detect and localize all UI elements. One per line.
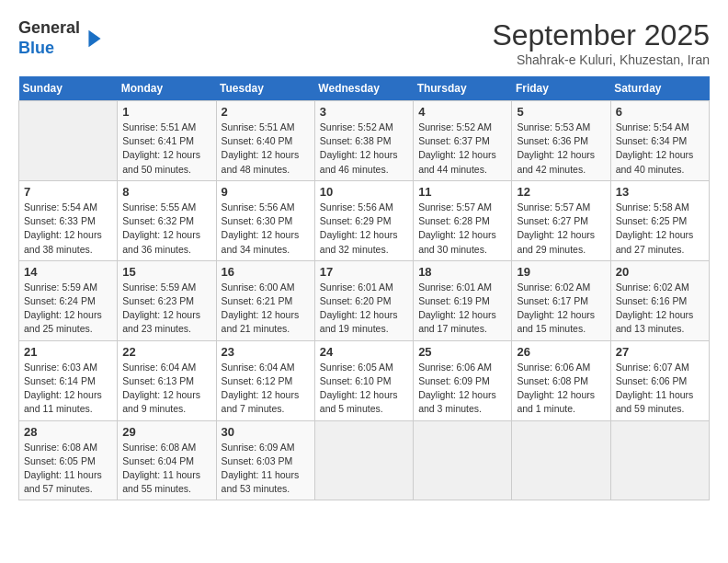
day-number: 7: [24, 185, 112, 199]
calendar-cell: 20Sunrise: 6:02 AMSunset: 6:16 PMDayligh…: [610, 260, 709, 340]
calendar-week-3: 14Sunrise: 5:59 AMSunset: 6:24 PMDayligh…: [19, 260, 710, 340]
calendar-cell: 10Sunrise: 5:56 AMSunset: 6:29 PMDayligh…: [314, 180, 413, 260]
day-number: 18: [418, 265, 506, 279]
calendar-cell: [610, 420, 709, 500]
day-number: 30: [222, 425, 310, 439]
day-number: 1: [122, 105, 210, 119]
logo-blue: Blue: [18, 39, 54, 57]
day-info: Sunrise: 5:52 AMSunset: 6:38 PMDaylight:…: [320, 121, 408, 177]
day-number: 6: [616, 105, 704, 119]
day-info: Sunrise: 5:54 AMSunset: 6:34 PMDaylight:…: [616, 121, 704, 177]
day-info: Sunrise: 5:57 AMSunset: 6:27 PMDaylight:…: [517, 201, 605, 257]
day-number: 11: [418, 185, 506, 199]
calendar-table: SundayMondayTuesdayWednesdayThursdayFrid…: [18, 76, 710, 500]
calendar-cell: [314, 420, 413, 500]
day-info: Sunrise: 6:08 AMSunset: 6:05 PMDaylight:…: [24, 441, 112, 497]
day-info: Sunrise: 5:51 AMSunset: 6:40 PMDaylight:…: [222, 121, 310, 177]
calendar-cell: 4Sunrise: 5:52 AMSunset: 6:37 PMDaylight…: [414, 101, 512, 181]
day-info: Sunrise: 6:04 AMSunset: 6:13 PMDaylight:…: [122, 361, 210, 417]
day-info: Sunrise: 6:02 AMSunset: 6:17 PMDaylight:…: [517, 281, 605, 337]
calendar-cell: 12Sunrise: 5:57 AMSunset: 6:27 PMDayligh…: [512, 180, 610, 260]
calendar-week-4: 21Sunrise: 6:03 AMSunset: 6:14 PMDayligh…: [19, 340, 710, 420]
weekday-header-thursday: Thursday: [414, 76, 512, 101]
calendar-cell: 21Sunrise: 6:03 AMSunset: 6:14 PMDayligh…: [19, 340, 118, 420]
day-info: Sunrise: 6:01 AMSunset: 6:20 PMDaylight:…: [320, 281, 408, 337]
calendar-week-2: 7Sunrise: 5:54 AMSunset: 6:33 PMDaylight…: [19, 180, 710, 260]
day-number: 21: [24, 345, 112, 359]
day-info: Sunrise: 5:58 AMSunset: 6:25 PMDaylight:…: [616, 201, 704, 257]
day-info: Sunrise: 6:07 AMSunset: 6:06 PMDaylight:…: [616, 361, 704, 417]
logo-icon: [82, 26, 108, 52]
day-info: Sunrise: 5:57 AMSunset: 6:28 PMDaylight:…: [418, 201, 506, 257]
day-number: 24: [320, 345, 408, 359]
calendar-cell: 22Sunrise: 6:04 AMSunset: 6:13 PMDayligh…: [118, 340, 216, 420]
day-number: 29: [122, 425, 210, 439]
day-info: Sunrise: 6:01 AMSunset: 6:19 PMDaylight:…: [418, 281, 506, 337]
weekday-header-wednesday: Wednesday: [314, 76, 413, 101]
calendar-cell: 24Sunrise: 6:05 AMSunset: 6:10 PMDayligh…: [314, 340, 413, 420]
month-title: September 2025: [492, 18, 710, 52]
weekday-header-friday: Friday: [512, 76, 610, 101]
calendar-cell: 23Sunrise: 6:04 AMSunset: 6:12 PMDayligh…: [216, 340, 314, 420]
day-info: Sunrise: 5:51 AMSunset: 6:41 PMDaylight:…: [122, 121, 210, 177]
day-number: 12: [517, 185, 605, 199]
calendar-cell: 25Sunrise: 6:06 AMSunset: 6:09 PMDayligh…: [414, 340, 512, 420]
calendar-cell: 9Sunrise: 5:56 AMSunset: 6:30 PMDaylight…: [216, 180, 314, 260]
title-block: September 2025 Shahrak-e Kuluri, Khuzest…: [492, 18, 710, 67]
day-number: 26: [517, 345, 605, 359]
location-subtitle: Shahrak-e Kuluri, Khuzestan, Iran: [492, 52, 710, 67]
calendar-week-1: 1Sunrise: 5:51 AMSunset: 6:41 PMDaylight…: [19, 101, 710, 181]
calendar-cell: 18Sunrise: 6:01 AMSunset: 6:19 PMDayligh…: [414, 260, 512, 340]
calendar-cell: 13Sunrise: 5:58 AMSunset: 6:25 PMDayligh…: [610, 180, 709, 260]
day-info: Sunrise: 6:06 AMSunset: 6:09 PMDaylight:…: [418, 361, 506, 417]
day-number: 2: [222, 105, 310, 119]
day-number: 25: [418, 345, 506, 359]
calendar-cell: 2Sunrise: 5:51 AMSunset: 6:40 PMDaylight…: [216, 101, 314, 181]
calendar-cell: 30Sunrise: 6:09 AMSunset: 6:03 PMDayligh…: [216, 420, 314, 500]
svg-marker-0: [89, 29, 101, 47]
day-info: Sunrise: 6:05 AMSunset: 6:10 PMDaylight:…: [320, 361, 408, 417]
calendar-cell: 28Sunrise: 6:08 AMSunset: 6:05 PMDayligh…: [19, 420, 118, 500]
page-header: General Blue September 2025 Shahrak-e Ku…: [18, 18, 710, 67]
day-number: 13: [616, 185, 704, 199]
weekday-header-monday: Monday: [118, 76, 216, 101]
day-number: 19: [517, 265, 605, 279]
logo-general: General: [18, 18, 80, 37]
day-info: Sunrise: 5:56 AMSunset: 6:30 PMDaylight:…: [222, 201, 310, 257]
calendar-cell: 27Sunrise: 6:07 AMSunset: 6:06 PMDayligh…: [610, 340, 709, 420]
calendar-cell: [19, 101, 118, 181]
day-number: 17: [320, 265, 408, 279]
day-number: 8: [122, 185, 210, 199]
calendar-cell: 26Sunrise: 6:06 AMSunset: 6:08 PMDayligh…: [512, 340, 610, 420]
day-info: Sunrise: 6:04 AMSunset: 6:12 PMDaylight:…: [222, 361, 310, 417]
calendar-cell: 19Sunrise: 6:02 AMSunset: 6:17 PMDayligh…: [512, 260, 610, 340]
day-info: Sunrise: 5:55 AMSunset: 6:32 PMDaylight:…: [122, 201, 210, 257]
day-number: 5: [517, 105, 605, 119]
day-number: 9: [222, 185, 310, 199]
day-info: Sunrise: 6:06 AMSunset: 6:08 PMDaylight:…: [517, 361, 605, 417]
day-number: 20: [616, 265, 704, 279]
calendar-cell: 16Sunrise: 6:00 AMSunset: 6:21 PMDayligh…: [216, 260, 314, 340]
day-number: 23: [222, 345, 310, 359]
weekday-header-saturday: Saturday: [610, 76, 709, 101]
weekday-header-row: SundayMondayTuesdayWednesdayThursdayFrid…: [19, 76, 710, 101]
day-info: Sunrise: 5:52 AMSunset: 6:37 PMDaylight:…: [418, 121, 506, 177]
calendar-cell: 6Sunrise: 5:54 AMSunset: 6:34 PMDaylight…: [610, 101, 709, 181]
calendar-cell: [414, 420, 512, 500]
weekday-header-sunday: Sunday: [19, 76, 118, 101]
day-number: 3: [320, 105, 408, 119]
day-info: Sunrise: 5:56 AMSunset: 6:29 PMDaylight:…: [320, 201, 408, 257]
day-info: Sunrise: 6:09 AMSunset: 6:03 PMDaylight:…: [222, 441, 310, 497]
calendar-cell: 7Sunrise: 5:54 AMSunset: 6:33 PMDaylight…: [19, 180, 118, 260]
day-info: Sunrise: 5:53 AMSunset: 6:36 PMDaylight:…: [517, 121, 605, 177]
day-info: Sunrise: 5:54 AMSunset: 6:33 PMDaylight:…: [24, 201, 112, 257]
calendar-cell: 3Sunrise: 5:52 AMSunset: 6:38 PMDaylight…: [314, 101, 413, 181]
calendar-cell: 14Sunrise: 5:59 AMSunset: 6:24 PMDayligh…: [19, 260, 118, 340]
calendar-week-5: 28Sunrise: 6:08 AMSunset: 6:05 PMDayligh…: [19, 420, 710, 500]
day-number: 16: [222, 265, 310, 279]
day-info: Sunrise: 6:03 AMSunset: 6:14 PMDaylight:…: [24, 361, 112, 417]
day-info: Sunrise: 6:00 AMSunset: 6:21 PMDaylight:…: [222, 281, 310, 337]
day-info: Sunrise: 5:59 AMSunset: 6:23 PMDaylight:…: [122, 281, 210, 337]
day-number: 14: [24, 265, 112, 279]
calendar-cell: 8Sunrise: 5:55 AMSunset: 6:32 PMDaylight…: [118, 180, 216, 260]
